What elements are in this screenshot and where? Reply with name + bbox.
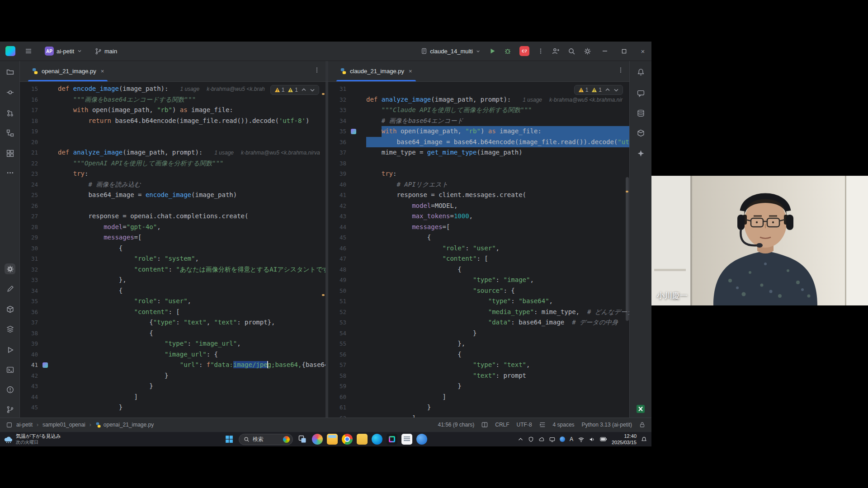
code-text[interactable]: },	[366, 338, 629, 349]
search-everywhere-button[interactable]	[565, 45, 579, 57]
sidebar-pull-requests-icon[interactable]	[5, 108, 15, 118]
code-text[interactable]: base64_image = base64.b64encode(image_fi…	[366, 137, 629, 148]
code-line[interactable]: 52 "media_type": mime_type, # どんなデータを	[328, 307, 629, 318]
usages-inlay-hint[interactable]: 1 usage	[180, 86, 199, 92]
code-line[interactable]: 46 "role": "user",	[328, 243, 629, 254]
code-text[interactable]: "role": "system",	[58, 253, 326, 264]
code-text[interactable]: "source": {	[366, 286, 629, 296]
line-number[interactable]: 45	[328, 232, 346, 243]
code-text[interactable]: "text": prompt	[366, 371, 629, 381]
battery-icon[interactable]	[600, 436, 607, 442]
taskbar-search[interactable]: 検索	[239, 434, 293, 445]
code-line[interactable]: 50 "source": {	[328, 286, 629, 296]
wifi-icon[interactable]	[578, 436, 585, 442]
breadcrumb-folder[interactable]: sample01_openai	[42, 422, 85, 428]
code-text[interactable]: max_tokens=1000,	[366, 211, 629, 222]
code-text[interactable]: {	[366, 349, 629, 360]
author-inlay-hint[interactable]: k-brahma@wu5 <k.brahma.nir	[549, 97, 623, 103]
code-line[interactable]: 19	[20, 126, 326, 137]
code-line[interactable]: 47 "content": [	[328, 253, 629, 264]
line-number[interactable]: 50	[328, 286, 346, 296]
code-line[interactable]: 33 },	[20, 275, 326, 286]
line-number[interactable]: 31	[20, 253, 38, 264]
code-text[interactable]: response = openai.chat.completions.creat…	[58, 211, 326, 222]
encoding-indicator[interactable]: UTF-8	[517, 422, 532, 428]
document-app-icon[interactable]	[401, 434, 412, 445]
file-explorer-icon[interactable]	[327, 434, 338, 445]
code-text[interactable]: return base64.b64encode(image_file.read(…	[58, 116, 326, 127]
line-number[interactable]: 62	[328, 413, 346, 418]
line-number[interactable]: 38	[20, 328, 38, 339]
code-line[interactable]: 40 # APIリクエスト	[328, 179, 629, 190]
code-line[interactable]: 18 return base64.b64encode(image_file.re…	[20, 116, 326, 127]
line-number[interactable]: 54	[328, 328, 346, 339]
code-text[interactable]: model=MODEL,	[366, 201, 629, 211]
code-text[interactable]: "type": "text",	[366, 360, 629, 371]
code-text[interactable]: def analyze_image(image_path, prompt):1 …	[366, 94, 629, 105]
line-number[interactable]: 36	[328, 137, 346, 148]
code-text[interactable]: # 画像をbase64エンコード	[366, 116, 629, 127]
code-line[interactable]: 44 ]	[20, 392, 326, 403]
sidebar-git-icon[interactable]	[5, 404, 15, 415]
line-number[interactable]: 28	[20, 222, 38, 233]
minimize-button[interactable]	[596, 42, 613, 61]
code-line[interactable]: 35 "role": "user",	[20, 296, 326, 307]
line-number[interactable]: 36	[20, 307, 38, 318]
sidebar-structure-icon[interactable]	[5, 127, 15, 138]
code-line[interactable]: 41 "url": f"data:image/jpeg;base64,{base…	[20, 360, 326, 371]
line-number[interactable]: 23	[20, 169, 38, 179]
code-text[interactable]: mime_type = get_mime_type(image_path)	[366, 147, 629, 158]
editor-left[interactable]: 15def encode_image(image_path):1 usagek-…	[20, 82, 326, 418]
line-number[interactable]: 55	[328, 338, 346, 349]
line-number[interactable]: 39	[20, 338, 38, 349]
maximize-button[interactable]	[615, 42, 632, 61]
prev-issue-icon[interactable]	[605, 87, 610, 93]
code-text[interactable]	[58, 137, 326, 148]
warning-stripe-mark[interactable]	[322, 294, 325, 296]
code-text[interactable]: ]	[58, 392, 326, 403]
code-line[interactable]: 38 {	[20, 328, 326, 339]
tab-openai-21-image[interactable]: openai_21_image.py ×	[27, 61, 108, 81]
sidebar-settings-icon[interactable]	[5, 263, 15, 274]
code-line[interactable]: 51 "type": "base64",	[328, 296, 629, 307]
sidebar-plugins-icon[interactable]	[5, 148, 15, 159]
code-line[interactable]: 38	[328, 158, 629, 169]
breadcrumb-project[interactable]: ai-petit	[16, 422, 33, 428]
code-text[interactable]: with open(image_path, "rb") as image_fil…	[58, 105, 326, 116]
warning-stripe-mark[interactable]	[626, 191, 628, 192]
code-text[interactable]: """Claude APIを使用して画像を分析する関数"""	[366, 105, 629, 116]
line-number[interactable]: 30	[20, 243, 38, 254]
line-number[interactable]: 45	[20, 402, 38, 413]
line-number[interactable]: 29	[20, 232, 38, 243]
inspections-widget[interactable]: 1 1	[574, 85, 623, 95]
tab-claude-21-image[interactable]: claude_21_image.py ×	[335, 61, 417, 81]
code-text[interactable]: {	[58, 243, 326, 254]
ai-gutter-icon[interactable]	[42, 362, 48, 368]
sidebar-problems-icon[interactable]	[5, 384, 15, 395]
code-line[interactable]: 55 },	[328, 338, 629, 349]
webcam-tile[interactable]: 小川慶一	[651, 176, 868, 305]
notification-bell-icon[interactable]	[641, 436, 647, 442]
vcs-branch-button[interactable]: main	[92, 46, 120, 57]
start-button[interactable]	[224, 434, 235, 445]
code-line[interactable]: 36 base64_image = base64.b64encode(image…	[328, 137, 629, 148]
line-number[interactable]: 52	[328, 307, 346, 318]
line-number[interactable]: 40	[20, 349, 38, 360]
code-text[interactable]: model="gpt-4o",	[58, 222, 326, 233]
code-line[interactable]: 45 {	[328, 232, 629, 243]
code-line[interactable]: 28 model="gpt-4o",	[20, 222, 326, 233]
line-number[interactable]: 22	[20, 158, 38, 169]
code-line[interactable]: 21def analyze_image(image_path, prompt):…	[20, 147, 326, 158]
taskbar-clock[interactable]: 12:40 2025/03/15	[612, 433, 637, 446]
code-text[interactable]: # APIリクエスト	[366, 179, 629, 190]
code-line[interactable]: 59 }	[328, 381, 629, 392]
line-separator-indicator[interactable]: CRLF	[495, 422, 509, 428]
more-actions-button[interactable]	[534, 45, 547, 57]
code-text[interactable]: ]	[366, 413, 629, 418]
line-number[interactable]: 31	[328, 84, 346, 94]
author-inlay-hint[interactable]: k-brahma@wu5 <k.brahma.nirva	[241, 150, 320, 156]
code-line[interactable]: 43 }	[20, 381, 326, 392]
code-text[interactable]: # 画像を読み込む	[58, 179, 326, 190]
code-line[interactable]: 39 "type": "image_url",	[20, 338, 326, 349]
line-number[interactable]: 43	[20, 381, 38, 392]
